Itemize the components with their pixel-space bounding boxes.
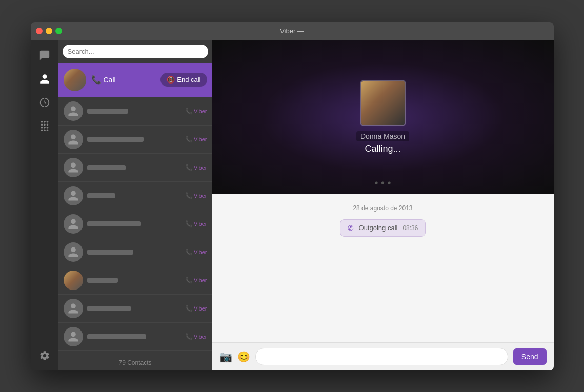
avatar bbox=[64, 130, 83, 149]
contact-name-bar bbox=[87, 165, 186, 170]
end-call-label: End call bbox=[177, 76, 200, 84]
end-call-button[interactable]: 📵 End call bbox=[160, 73, 207, 87]
contact-info bbox=[87, 306, 186, 311]
sidebar-item-recents[interactable] bbox=[34, 92, 55, 113]
contacts-footer: 79 Contacts bbox=[58, 355, 212, 370]
list-item[interactable]: 📞Viber bbox=[58, 351, 212, 355]
contact-viber-label: 📞Viber bbox=[185, 305, 207, 312]
call-record-time: 08:36 bbox=[402, 224, 418, 232]
contact-viber-label: 📞Viber bbox=[185, 220, 207, 228]
contact-viber-label: 📞Viber bbox=[185, 192, 207, 199]
active-call-contact[interactable]: 📞 Call 📵 End call bbox=[58, 63, 212, 97]
contact-viber-label: 📞Viber bbox=[185, 164, 207, 171]
contact-viber-label: 📞Viber bbox=[185, 249, 207, 256]
contact-info bbox=[87, 278, 186, 283]
avatar bbox=[64, 186, 83, 205]
app-body: 📞 Call 📵 End call 📞Viber📞Viber📞Viber📞Vib… bbox=[31, 40, 554, 370]
search-bar bbox=[58, 40, 212, 63]
sidebar-item-dialpad[interactable] bbox=[34, 115, 55, 137]
contact-info bbox=[87, 137, 186, 142]
avatar bbox=[64, 242, 83, 262]
calling-avatar-image bbox=[361, 81, 405, 125]
contact-viber-label: 📞Viber bbox=[185, 136, 207, 143]
sidebar-item-settings[interactable] bbox=[34, 345, 55, 366]
calling-panel: Donna Mason Calling... • • • bbox=[212, 40, 554, 194]
avatar bbox=[64, 299, 83, 318]
contact-viber-label: 📞Viber bbox=[185, 108, 207, 115]
call-record: ✆ Outgoing call 08:36 bbox=[340, 219, 426, 237]
list-item[interactable]: 📞Viber bbox=[58, 97, 212, 126]
list-item[interactable]: 📞Viber bbox=[58, 210, 212, 238]
dots-separator: • • • bbox=[374, 177, 391, 189]
contact-list: 📞Viber📞Viber📞Viber📞Viber📞Viber📞Viber📞Vib… bbox=[58, 97, 212, 355]
avatar bbox=[64, 214, 83, 234]
contacts-panel: 📞 Call 📵 End call 📞Viber📞Viber📞Viber📞Vib… bbox=[58, 40, 212, 370]
call-label: Call bbox=[104, 76, 116, 84]
close-button[interactable] bbox=[36, 28, 43, 34]
window-title: Viber — bbox=[280, 27, 304, 35]
list-item[interactable]: 📞Viber bbox=[58, 238, 212, 266]
avatar bbox=[64, 327, 83, 346]
active-contact-avatar bbox=[64, 69, 86, 91]
chat-area: Donna Mason Calling... • • • 28 de agost… bbox=[212, 40, 554, 370]
sidebar-item-messages[interactable] bbox=[34, 45, 55, 66]
call-actions: 📞 Call 📵 End call bbox=[91, 73, 207, 87]
contact-name-bar bbox=[87, 306, 186, 311]
chat-messages: 28 de agosto de 2013 ✆ Outgoing call 08:… bbox=[212, 194, 554, 342]
calling-avatar bbox=[360, 80, 406, 126]
contact-info bbox=[87, 165, 186, 170]
phone-icon: 📞 bbox=[91, 75, 102, 85]
contact-info bbox=[87, 193, 186, 198]
contact-viber-label: 📞Viber bbox=[185, 277, 207, 284]
app-window: Viber — bbox=[31, 22, 554, 370]
titlebar: Viber — bbox=[31, 22, 554, 40]
search-input[interactable] bbox=[63, 45, 208, 58]
contact-info bbox=[87, 250, 186, 255]
contact-info bbox=[87, 334, 186, 339]
list-item[interactable]: 📞Viber bbox=[58, 266, 212, 295]
maximize-button[interactable] bbox=[55, 28, 62, 34]
avatar bbox=[64, 271, 83, 290]
call-button[interactable]: 📞 Call bbox=[91, 75, 116, 85]
avatar bbox=[64, 101, 83, 121]
chat-date: 28 de agosto de 2013 bbox=[353, 204, 412, 212]
contact-name-bar bbox=[87, 109, 186, 114]
contact-name-bar bbox=[87, 193, 186, 198]
contact-name-bar bbox=[87, 221, 186, 226]
calling-status: Calling... bbox=[365, 143, 400, 154]
contact-info bbox=[87, 109, 186, 114]
calling-name: Donna Mason bbox=[356, 131, 409, 141]
list-item[interactable]: 📞Viber bbox=[58, 126, 212, 154]
call-record-label: Outgoing call bbox=[359, 224, 398, 232]
contact-info bbox=[87, 221, 186, 226]
list-item[interactable]: 📞Viber bbox=[58, 323, 212, 351]
sidebar-item-contacts[interactable] bbox=[34, 68, 55, 90]
contact-name-bar bbox=[87, 278, 186, 283]
emoji-icon[interactable]: 😊 bbox=[237, 350, 250, 363]
avatar bbox=[64, 158, 83, 177]
chat-input-area: 📷 😊 Send bbox=[212, 342, 554, 370]
contact-name-bar bbox=[87, 137, 186, 142]
camera-icon[interactable]: 📷 bbox=[219, 350, 232, 363]
minimize-button[interactable] bbox=[46, 28, 52, 34]
end-call-icon: 📵 bbox=[167, 76, 175, 84]
contact-name-bar bbox=[87, 334, 186, 339]
list-item[interactable]: 📞Viber bbox=[58, 182, 212, 210]
contact-viber-label: 📞Viber bbox=[185, 333, 207, 340]
contacts-count: 79 Contacts bbox=[118, 359, 151, 366]
sidebar bbox=[31, 40, 58, 370]
list-item[interactable]: 📞Viber bbox=[58, 295, 212, 323]
message-input[interactable] bbox=[255, 348, 508, 365]
traffic-lights bbox=[36, 28, 62, 34]
send-button[interactable]: Send bbox=[513, 348, 547, 365]
list-item[interactable]: 📞Viber bbox=[58, 154, 212, 182]
contact-name-bar bbox=[87, 250, 186, 255]
call-record-icon: ✆ bbox=[348, 224, 354, 232]
